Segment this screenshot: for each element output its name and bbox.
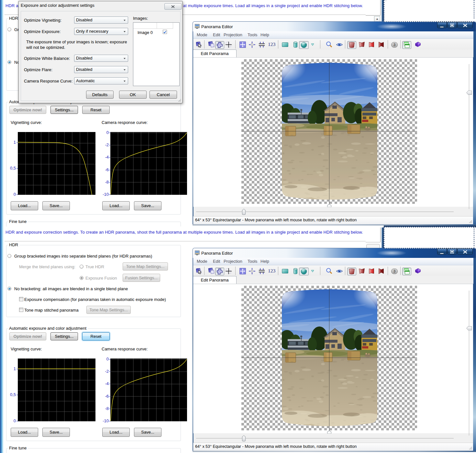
svg-text:?: ? bbox=[418, 42, 420, 45]
svg-text:?: ? bbox=[418, 269, 420, 271]
